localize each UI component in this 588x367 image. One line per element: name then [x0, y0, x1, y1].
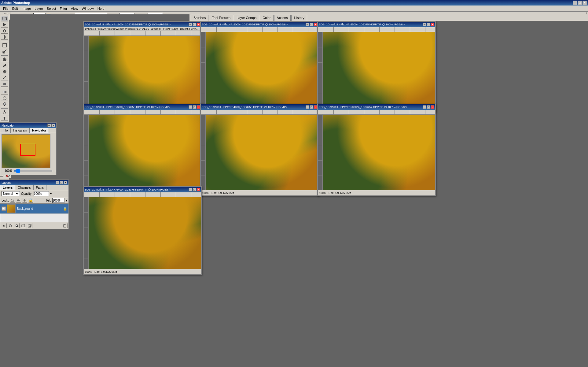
doc1-close[interactable]: ✕ [197, 23, 200, 26]
tool-separator-1 [1, 41, 8, 41]
menu-file[interactable]: File [1, 6, 10, 11]
doc4-close[interactable]: ✕ [197, 105, 200, 109]
layer-background-row[interactable]: 👁 Background 🔒 [0, 204, 68, 214]
document-window-6: EOS_1DmarkIII - FlexNR-5000ec_1D33757-DP… [317, 104, 436, 196]
tab-actions[interactable]: Actions [274, 15, 291, 21]
blur-tool[interactable] [1, 95, 8, 101]
menu-image[interactable]: Image [20, 6, 33, 11]
doc4-maximize[interactable]: □ [193, 105, 196, 109]
marquee-tool[interactable] [1, 16, 8, 21]
tab-paths[interactable]: Paths [34, 185, 47, 190]
tab-navigator[interactable]: Navigator [30, 128, 49, 133]
brush-tool[interactable] [1, 63, 8, 68]
tab-channels[interactable]: Channels [15, 185, 33, 190]
title-bar-controls[interactable]: ─ □ ✕ [573, 1, 587, 5]
tab-layer-comps[interactable]: Layer Comps [234, 15, 259, 21]
doc6-maximize[interactable]: □ [427, 105, 430, 109]
doc2-maximize[interactable]: □ [310, 23, 313, 26]
text-tool[interactable]: T [1, 116, 8, 121]
fill-input[interactable] [52, 198, 64, 203]
doc3-minimize[interactable]: ─ [423, 23, 426, 26]
dodge-tool[interactable] [1, 102, 8, 107]
doc6-minimize[interactable]: ─ [423, 105, 426, 109]
zoom-slider[interactable] [13, 170, 53, 172]
doc3-maximize[interactable]: □ [427, 23, 430, 26]
doc2-canvas[interactable] [206, 32, 318, 107]
info-panel-tabs: Info Histogram Navigator [0, 128, 56, 133]
fill-label: Fill: [46, 199, 51, 202]
tab-color[interactable]: Color [260, 15, 273, 21]
clone-tool[interactable] [1, 69, 8, 74]
zoom-in-icon[interactable]: + [54, 169, 56, 172]
doc6-close[interactable]: ✕ [431, 105, 434, 109]
heal-tool[interactable] [1, 57, 8, 62]
layer-group-btn[interactable] [20, 223, 26, 228]
tab-tool-presets[interactable]: Tool Presets [209, 15, 233, 21]
tab-info[interactable]: Info [0, 128, 11, 133]
magic-wand-tool[interactable] [1, 34, 8, 40]
doc2-minimize[interactable]: ─ [306, 23, 309, 26]
doc3-canvas[interactable] [323, 32, 435, 107]
doc1-canvas[interactable] [89, 36, 201, 110]
menu-window[interactable]: Window [80, 6, 96, 11]
lock-all-btn[interactable]: 🔒 [28, 198, 33, 203]
doc7-canvas[interactable] [89, 197, 201, 269]
doc6-canvas[interactable] [323, 115, 435, 190]
layer-fx-btn[interactable]: fx [1, 223, 7, 228]
doc4-canvas[interactable] [89, 115, 201, 190]
close-button[interactable]: ✕ [582, 1, 587, 5]
doc1-minimize[interactable]: ─ [189, 23, 192, 26]
lock-transparent-btn[interactable] [10, 198, 15, 203]
layer-delete-btn[interactable] [62, 223, 68, 228]
doc4-minimize[interactable]: ─ [189, 105, 192, 109]
tab-history[interactable]: History [291, 15, 307, 21]
zoom-out-icon[interactable]: − [2, 169, 3, 172]
minimize-button[interactable]: ─ [573, 1, 577, 5]
lock-image-btn[interactable]: ✏ [16, 198, 21, 203]
layers-lock-row: Lock: ✏ ✛ 🔒 Fill: ▾ [0, 197, 68, 204]
lock-position-btn[interactable]: ✛ [22, 198, 27, 203]
history-brush-tool[interactable] [1, 75, 8, 80]
layer-visibility-btn[interactable]: 👁 [2, 206, 6, 211]
menu-help[interactable]: Help [96, 6, 106, 11]
doc3-close[interactable]: ✕ [431, 23, 434, 26]
doc5-maximize[interactable]: □ [310, 105, 313, 109]
layer-new-btn[interactable] [27, 223, 32, 228]
lasso-tool[interactable] [1, 28, 8, 34]
doc1-maximize[interactable]: □ [193, 23, 196, 26]
doc2-close[interactable]: ✕ [314, 23, 317, 26]
opacity-arrow[interactable]: ▾ [50, 192, 52, 195]
move-tool[interactable] [1, 22, 8, 28]
layers-panel-close[interactable]: ✕ [64, 181, 67, 184]
tab-histogram[interactable]: Histogram [11, 128, 30, 133]
doc5-canvas[interactable] [206, 115, 318, 190]
gradient-tool[interactable] [1, 89, 8, 95]
menu-layer[interactable]: Layer [33, 6, 45, 11]
menu-edit[interactable]: Edit [10, 6, 20, 11]
layers-panel-maximize[interactable]: □ [60, 181, 63, 184]
maximize-button[interactable]: □ [578, 1, 582, 5]
slice-tool[interactable] [1, 49, 8, 54]
layer-adjustment-btn[interactable] [14, 223, 20, 228]
blend-mode-select[interactable]: Normal [2, 191, 20, 196]
doc5-minimize[interactable]: ─ [306, 105, 309, 109]
layer-mask-btn[interactable] [8, 223, 13, 228]
fill-arrow[interactable]: ▾ [66, 199, 67, 202]
layers-panel-minimize[interactable]: ─ [56, 181, 59, 184]
tab-brushes[interactable]: Brushes [191, 15, 208, 21]
layers-panel-controls: ─ □ ✕ [56, 181, 67, 184]
info-panel-close[interactable]: ✕ [51, 124, 55, 127]
doc7-minimize[interactable]: ─ [189, 188, 192, 191]
doc5-close[interactable]: ✕ [314, 105, 317, 109]
menu-view[interactable]: View [69, 6, 80, 11]
doc7-maximize[interactable]: □ [193, 188, 196, 191]
pen-tool[interactable] [1, 109, 8, 115]
info-panel-minimize[interactable]: ─ [47, 124, 51, 127]
menu-filter[interactable]: Filter [58, 6, 69, 11]
menu-select[interactable]: Select [45, 6, 58, 11]
crop-tool[interactable] [1, 43, 8, 48]
opacity-input[interactable] [34, 191, 49, 196]
eraser-tool[interactable] [1, 81, 8, 87]
doc7-close[interactable]: ✕ [197, 188, 200, 191]
tab-layers[interactable]: Layers [0, 185, 15, 190]
